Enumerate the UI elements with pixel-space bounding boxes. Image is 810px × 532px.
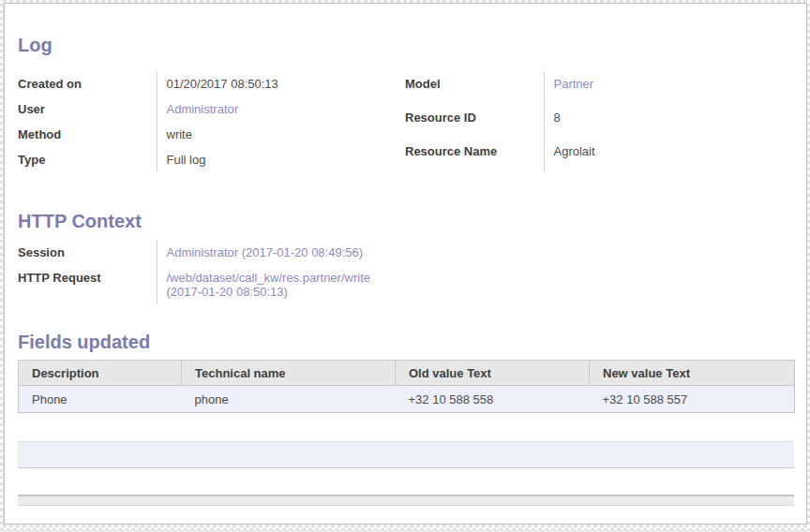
user-link[interactable]: Administrator [167, 102, 239, 116]
field-value-session: Administrator (2017-01-20 08:49:56) [157, 240, 405, 265]
http-context-section-heading: HTTP Context [18, 210, 793, 232]
field-row-session: Session Administrator (2017-01-20 08:49:… [18, 240, 405, 265]
field-row-resource-id: Resource ID 8 [405, 105, 792, 139]
horizontal-scrollbar[interactable] [18, 495, 794, 506]
model-link[interactable]: Partner [554, 77, 594, 91]
field-value-resource-id: 8 [544, 105, 792, 139]
http-request-link[interactable]: /web/dataset/call_kw/res.partner/write (… [167, 271, 370, 299]
field-row-user: User Administrator [18, 96, 405, 122]
field-label-resource-id: Resource ID [405, 105, 544, 139]
field-label-method: Method [18, 122, 157, 147]
field-row-http-request: HTTP Request /web/dataset/call_kw/res.pa… [18, 265, 405, 304]
log-form-page: Log Created on 01/20/2017 08:50:13 User … [4, 3, 807, 525]
log-section-heading: Log [18, 34, 793, 56]
field-value-http-request: /web/dataset/call_kw/res.partner/write (… [157, 265, 405, 304]
field-value-method: write [157, 122, 405, 147]
field-label-session: Session [18, 240, 157, 265]
field-row-model: Model Partner [405, 71, 792, 105]
column-header-old-value[interactable]: Old value Text [396, 361, 590, 386]
log-fields-left: Created on 01/20/2017 08:50:13 User Admi… [18, 71, 405, 172]
log-fields-right: Model Partner Resource ID 8 Resource Nam… [405, 71, 792, 172]
table-row-phone[interactable]: Phone phone +32 10 588 558 +32 10 588 55… [19, 386, 795, 413]
field-label-user: User [18, 96, 157, 122]
field-value-model: Partner [544, 71, 792, 105]
field-value-resource-name: Agrolait [544, 139, 792, 172]
session-link[interactable]: Administrator (2017-01-20 08:49:56) [167, 245, 364, 259]
field-value-type: Full log [157, 147, 405, 172]
field-label-http-request: HTTP Request [18, 265, 157, 304]
field-row-created-on: Created on 01/20/2017 08:50:13 [18, 71, 405, 96]
field-row-type: Type Full log [18, 147, 405, 172]
cell-technical-name: phone [182, 386, 396, 413]
field-value-user: Administrator [157, 96, 405, 122]
field-label-type: Type [18, 147, 157, 172]
field-label-resource-name: Resource Name [405, 139, 544, 172]
empty-list-row [18, 441, 794, 468]
log-field-groups: Created on 01/20/2017 08:50:13 User Admi… [18, 71, 793, 172]
column-header-new-value[interactable]: New value Text [590, 361, 795, 386]
field-label-created-on: Created on [18, 71, 157, 96]
column-header-description[interactable]: Description [19, 361, 182, 386]
column-header-technical-name[interactable]: Technical name [182, 361, 396, 386]
fields-updated-table: Description Technical name Old value Tex… [18, 360, 795, 413]
http-context-fields: Session Administrator (2017-01-20 08:49:… [18, 240, 405, 304]
field-row-resource-name: Resource Name Agrolait [405, 139, 792, 172]
cell-new-value: +32 10 588 557 [590, 386, 795, 413]
cell-description: Phone [19, 386, 182, 413]
field-label-model: Model [405, 71, 544, 105]
fields-updated-section-heading: Fields updated [18, 331, 793, 353]
cell-old-value: +32 10 588 558 [396, 386, 590, 413]
field-row-method: Method write [18, 122, 405, 147]
field-value-created-on: 01/20/2017 08:50:13 [157, 71, 405, 96]
table-header-row: Description Technical name Old value Tex… [19, 361, 795, 386]
